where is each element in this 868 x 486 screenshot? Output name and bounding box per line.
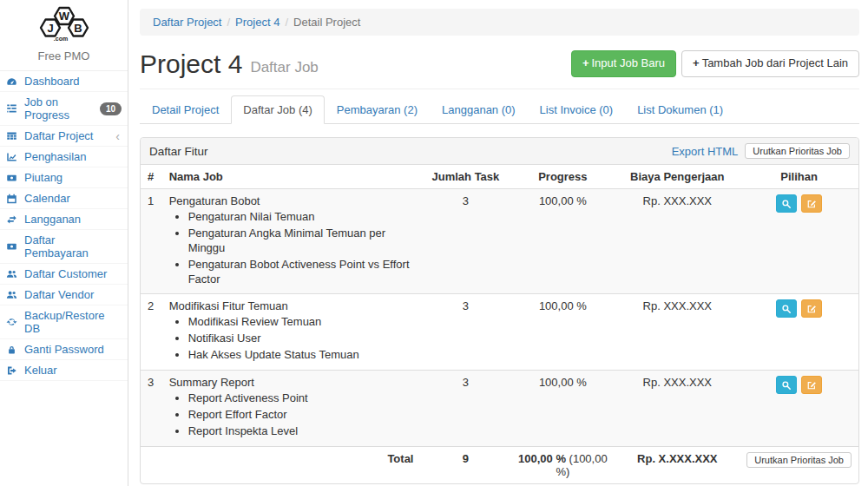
progress-cell: 100,00 % — [510, 371, 615, 447]
svg-text:W: W — [58, 10, 69, 23]
row-number: 2 — [141, 294, 162, 371]
plus-icon: + — [582, 56, 589, 69]
subtask-item: Pengaturan Angka Minimal Temuan per Ming… — [188, 227, 414, 256]
breadcrumb-current: Detail Project — [293, 16, 360, 29]
sidebar-item-langganan[interactable]: Langganan — [0, 209, 128, 230]
lock-icon — [6, 344, 20, 355]
app-logo: J W B .com — [0, 0, 128, 47]
svg-text:J: J — [47, 22, 53, 35]
sidebar: J W B .com Free PMO Dashboard Job on Pro… — [0, 0, 128, 486]
refresh-icon — [6, 317, 20, 328]
subtask-item: Report Inspekta Level — [188, 424, 414, 439]
tab-langganan[interactable]: Langganan (0) — [430, 95, 528, 124]
table-header-row: # Nama Job Jumlah Task Progress Biaya Pe… — [141, 165, 858, 189]
breadcrumb: Daftar Project/Project 4/Detail Project — [140, 9, 859, 36]
column-header-no: # — [141, 165, 162, 189]
input-job-baru-button[interactable]: +Input Job Baru — [571, 50, 676, 77]
sidebar-item-dashboard[interactable]: Dashboard — [0, 71, 128, 92]
job-name: Summary Report — [169, 376, 414, 389]
search-icon — [781, 199, 792, 209]
progress-cell: 100,00 % — [510, 294, 615, 371]
page-title: Project 4 — [140, 49, 242, 78]
tab-list-dokumen[interactable]: List Dokumen (1) — [625, 95, 735, 124]
tab-detail-project[interactable]: Detail Project — [140, 95, 231, 124]
sidebar-item-label: Job on Progress — [24, 95, 100, 122]
view-job-button[interactable] — [776, 194, 797, 213]
breadcrumb-link-project-4[interactable]: Project 4 — [235, 16, 279, 29]
subtask-item: Report Activeness Point — [188, 391, 414, 406]
table-row: 1 Pengaturan Bobot Pengaturan Nilai Temu… — [141, 189, 858, 294]
subtask-item: Pengaturan Nilai Temuan — [188, 210, 414, 225]
breadcrumb-separator: / — [279, 16, 293, 29]
breadcrumb-separator: / — [221, 16, 235, 29]
edit-job-button[interactable] — [801, 376, 822, 394]
pilihan-cell — [740, 294, 858, 371]
pilihan-cell — [740, 371, 858, 447]
app-name: Free PMO — [0, 47, 128, 70]
column-header-biaya-pengerjaan: Biaya Pengerjaan — [615, 165, 740, 189]
sidebar-item-ganti-password[interactable]: Ganti Password — [0, 339, 128, 360]
view-job-button[interactable] — [776, 299, 797, 318]
column-header-progress: Progress — [510, 165, 615, 189]
total-actions: Urutkan Prioritas Job — [740, 446, 858, 483]
money-icon — [6, 172, 20, 183]
sign-out-icon — [6, 364, 20, 376]
job-count-badge: 10 — [100, 102, 122, 115]
tab-pembayaran[interactable]: Pembayaran (2) — [325, 95, 430, 124]
table-icon — [6, 130, 20, 141]
job-cell: Pengaturan Bobot Pengaturan Nilai Temuan… — [162, 189, 421, 294]
sidebar-item-penghasilan[interactable]: Penghasilan — [0, 147, 128, 167]
jumlah-task-cell: 3 — [420, 189, 510, 294]
sidebar-item-label: Calendar — [24, 192, 70, 205]
tasks-icon — [6, 103, 20, 115]
sidebar-item-label: Daftar Vendor — [24, 288, 94, 301]
sidebar-item-daftar-customer[interactable]: Daftar Customer — [0, 264, 128, 285]
urutkan-prioritas-job-button[interactable]: Urutkan Prioritas Job — [745, 143, 850, 159]
empty-cell — [141, 446, 162, 483]
tambah-job-dari-project-lain-button[interactable]: +Tambah Job dari Project Lain — [681, 50, 859, 77]
sidebar-item-calendar[interactable]: Calendar — [0, 188, 128, 209]
sidebar-item-piutang[interactable]: Piutang — [0, 167, 128, 188]
sidebar-item-job-on-progress[interactable]: Job on Progress 10 — [0, 92, 128, 126]
column-header-nama-job: Nama Job — [162, 165, 421, 189]
edit-icon — [806, 380, 817, 391]
breadcrumb-link-daftar-project[interactable]: Daftar Project — [153, 16, 221, 29]
urutkan-prioritas-job-button[interactable]: Urutkan Prioritas Job — [746, 452, 852, 468]
search-icon — [781, 380, 792, 391]
edit-job-button[interactable] — [801, 194, 822, 213]
panel-daftar-fitur: Daftar Fitur Export HTML Urutkan Priorit… — [140, 137, 859, 484]
sidebar-item-keluar[interactable]: Keluar — [0, 360, 128, 381]
total-tasks: 9 — [420, 446, 510, 483]
tab-list-invoice[interactable]: List Invoice (0) — [528, 95, 626, 124]
line-chart-icon — [6, 151, 20, 162]
job-name: Pengaturan Bobot — [169, 194, 414, 207]
view-job-button[interactable] — [776, 376, 797, 394]
sidebar-item-daftar-vendor[interactable]: Daftar Vendor — [0, 285, 128, 305]
sidebar-item-daftar-pembayaran[interactable]: Daftar Pembayaran — [0, 230, 128, 264]
sidebar-item-backup-restore-db[interactable]: Backup/Restore DB — [0, 305, 128, 339]
panel-title: Daftar Fitur — [149, 145, 672, 158]
sidebar-item-daftar-project[interactable]: Daftar Project ‹ — [0, 126, 128, 147]
jumlah-task-cell: 3 — [420, 371, 510, 447]
edit-job-button[interactable] — [801, 299, 822, 318]
row-number: 3 — [141, 371, 162, 447]
export-html-link[interactable]: Export HTML — [672, 145, 739, 158]
sidebar-item-label: Daftar Customer — [24, 267, 107, 280]
total-row: Total 9 100,00 % (100,00 %) Rp. X.XXX.XX… — [141, 446, 858, 483]
subtask-list: Report Activeness Point Report Effort Fa… — [188, 391, 414, 439]
subtask-item: Hak Akses Update Status Temuan — [188, 348, 414, 363]
sidebar-item-label: Daftar Pembayaran — [24, 233, 122, 259]
dashboard-icon — [6, 76, 20, 87]
page-subtitle: Daftar Job — [250, 52, 318, 76]
tab-daftar-job[interactable]: Daftar Job (4) — [231, 95, 324, 124]
daftar-fitur-table: # Nama Job Jumlah Task Progress Biaya Pe… — [141, 165, 858, 483]
biaya-cell: Rp. XXX.XXX — [615, 294, 740, 371]
edit-icon — [806, 304, 817, 314]
biaya-cell: Rp. XXX.XXX — [615, 371, 740, 447]
users-icon — [6, 289, 20, 300]
sidebar-item-label: Backup/Restore DB — [24, 309, 122, 335]
edit-icon — [806, 199, 817, 209]
svg-text:.com: .com — [53, 36, 67, 42]
page-header: Project 4 Daftar Job +Input Job Baru +Ta… — [140, 44, 859, 89]
subtask-list: Modifikasi Review Temuan Notifikasi User… — [188, 315, 414, 363]
